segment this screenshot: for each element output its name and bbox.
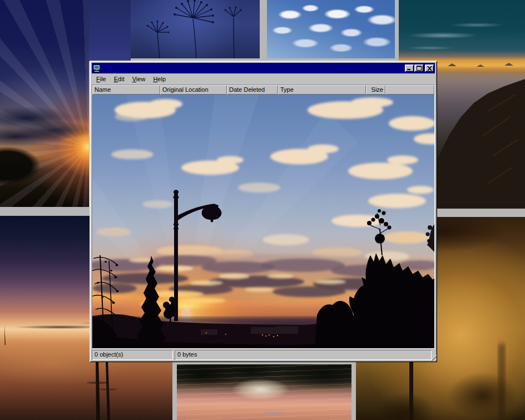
sunset-lamppost-photo — [92, 95, 434, 348]
recycle-bin-window: File Edit View Help Name Original Locati… — [90, 61, 437, 362]
column-header-type[interactable]: Type — [278, 85, 366, 95]
computer-icon[interactable] — [93, 65, 101, 72]
background-photo-water-reflection — [177, 364, 351, 420]
desktop: File Edit View Help Name Original Locati… — [0, 0, 525, 420]
menu-item-file[interactable]: File — [92, 75, 110, 83]
column-header-blank[interactable] — [385, 85, 434, 95]
statusbar: 0 object(s) 0 bytes — [92, 350, 435, 360]
menu-item-edit[interactable]: Edit — [110, 75, 128, 83]
maximize-button[interactable] — [414, 65, 423, 72]
column-header-row: Name Original Location Date Deleted Type… — [92, 85, 434, 95]
column-header-original-location[interactable]: Original Location — [160, 85, 227, 95]
status-objects-panel: 0 object(s) — [92, 350, 173, 360]
close-icon — [427, 66, 432, 71]
background-photo-seedhead — [131, 0, 260, 58]
list-view: Name Original Location Date Deleted Type… — [92, 85, 435, 349]
column-header-name[interactable]: Name — [92, 85, 160, 95]
background-photo-sunrays — [0, 0, 89, 207]
menu-item-help[interactable]: Help — [149, 75, 170, 83]
minimize-icon — [407, 66, 412, 70]
column-header-size[interactable]: Size — [366, 85, 385, 95]
background-photo-navy-strip — [89, 0, 131, 61]
status-bytes-panel: 0 bytes — [175, 350, 432, 360]
seedhead-silhouette — [131, 0, 260, 58]
list-view-area[interactable] — [92, 95, 434, 348]
menubar: File Edit View Help — [92, 73, 435, 85]
column-header-date-deleted[interactable]: Date Deleted — [227, 85, 278, 95]
maximize-icon — [417, 66, 422, 71]
background-photo-clouds — [267, 0, 395, 58]
close-button[interactable] — [425, 65, 434, 72]
titlebar[interactable] — [92, 63, 435, 73]
minimize-button[interactable] — [405, 65, 414, 72]
menu-item-view[interactable]: View — [128, 75, 150, 83]
